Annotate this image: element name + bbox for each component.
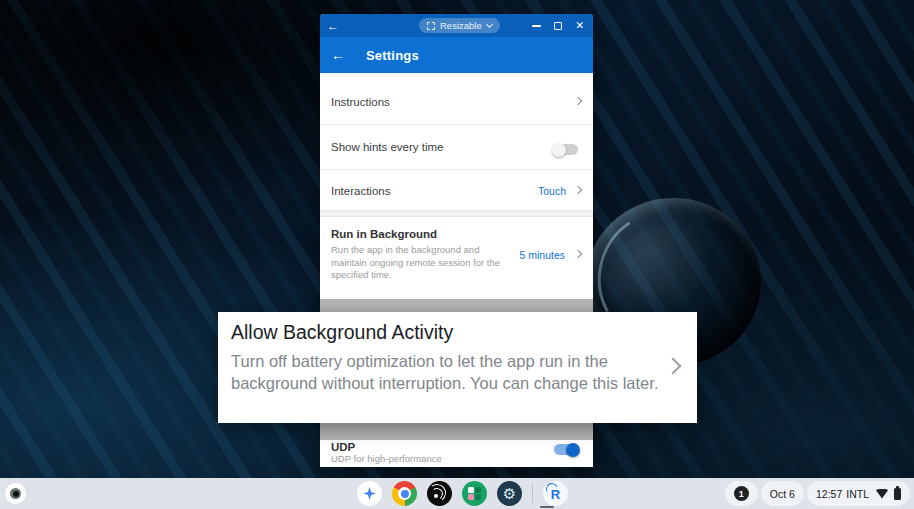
broadcast-app-icon[interactable] <box>427 481 452 506</box>
shelf-app-icons: ⚙ R <box>357 481 568 506</box>
row-udp[interactable]: UDP UDP for high-performance <box>320 440 593 467</box>
window-caption-bar: ← Resizable ✕ <box>320 14 593 37</box>
toggle-knob <box>566 443 580 457</box>
udp-description: UDP for high-performance <box>331 453 442 466</box>
chrome-icon[interactable] <box>392 481 417 506</box>
interactions-value: Touch <box>538 185 566 197</box>
window-back-button[interactable]: ← <box>320 19 346 33</box>
notification-counter[interactable]: 1 <box>725 481 758 506</box>
active-app-indicator <box>540 506 554 509</box>
toggle-knob <box>552 143 566 157</box>
show-hints-label: Show hints every time <box>331 141 444 153</box>
chevron-down-icon <box>486 20 493 27</box>
run-in-background-description: Run the app in the background and mainta… <box>331 244 503 282</box>
corner-dot-icon <box>13 491 19 497</box>
section-divider <box>320 210 593 217</box>
run-in-background-title: Run in Background <box>331 228 437 240</box>
popup-title: Allow Background Activity <box>231 321 453 344</box>
launcher-icon[interactable] <box>357 481 382 506</box>
time-label: 12:57 <box>816 488 842 500</box>
udp-title: UDP <box>331 441 355 453</box>
launcher-spark-icon <box>363 487 376 500</box>
chevron-right-icon <box>574 186 582 194</box>
settings-appbar: ← Settings <box>320 37 593 73</box>
row-instructions[interactable]: Instructions <box>320 73 593 124</box>
maximize-button[interactable] <box>554 22 562 30</box>
row-interactions[interactable]: Interactions Touch <box>320 170 593 210</box>
settings-gear-icon[interactable]: ⚙ <box>497 481 522 506</box>
shelf-corner-button[interactable] <box>5 483 26 504</box>
close-button[interactable]: ✕ <box>575 20 584 31</box>
resize-icon <box>427 22 435 30</box>
minimize-button[interactable] <box>532 25 541 27</box>
chevron-right-icon <box>574 97 582 105</box>
popup-description: Turn off battery optimization to let the… <box>231 350 669 394</box>
instructions-label: Instructions <box>331 96 390 108</box>
apps-grid-icon[interactable] <box>462 481 487 506</box>
date-chip[interactable]: Oct 6 <box>761 481 804 506</box>
chromeos-desktop: ← Resizable ✕ ← Settings Instructions <box>0 0 914 509</box>
date-label: Oct 6 <box>770 488 795 500</box>
battery-icon <box>894 488 901 500</box>
window-controls: ✕ <box>532 14 584 37</box>
resizable-label: Resizable <box>440 20 482 31</box>
wifi-icon <box>876 489 888 499</box>
magnifier-popup-allow-background-activity[interactable]: Allow Background Activity Turn off batte… <box>218 312 697 423</box>
row-show-hints[interactable]: Show hints every time <box>320 125 593 169</box>
network-label: INTL <box>846 488 869 500</box>
remote-app-icon[interactable]: R <box>543 481 568 506</box>
page-title: Settings <box>366 48 419 63</box>
status-tray: 1 Oct 6 12:57 INTL <box>725 481 910 506</box>
system-status-area[interactable]: 12:57 INTL <box>807 481 910 506</box>
run-in-background-value: 5 minutes <box>519 249 565 261</box>
interactions-label: Interactions <box>331 185 390 197</box>
broadcast-arc <box>427 483 447 503</box>
corner-ring-icon <box>10 488 21 499</box>
shelf-separator <box>532 484 533 503</box>
settings-back-button[interactable]: ← <box>331 47 351 63</box>
chevron-right-icon <box>574 250 582 258</box>
resizable-dropdown-button[interactable]: Resizable <box>419 18 500 33</box>
notification-badge: 1 <box>734 486 749 501</box>
grid-squares <box>468 487 482 501</box>
show-hints-toggle[interactable] <box>554 144 578 155</box>
udp-toggle[interactable] <box>554 444 578 455</box>
row-run-in-background[interactable]: Run in Background Run the app in the bac… <box>320 217 593 299</box>
